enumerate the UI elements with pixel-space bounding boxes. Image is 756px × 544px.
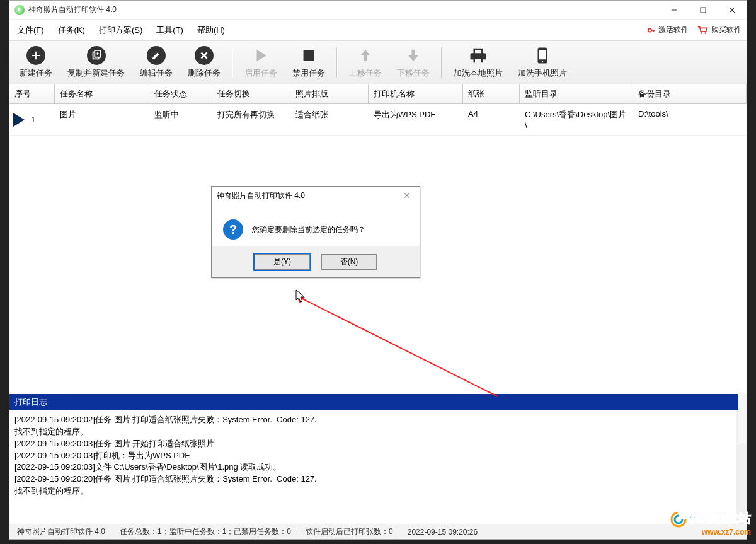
move-up-button[interactable]: 上移任务 xyxy=(341,45,389,80)
window-controls xyxy=(660,1,747,20)
cell-index: 1 xyxy=(31,115,35,124)
move-down-button[interactable]: 下移任务 xyxy=(389,45,437,80)
table-row[interactable]: 1 图片 监听中 打完所有再切换 适合纸张 导出为WPS PDF A4 C:\U… xyxy=(9,104,747,135)
separator xyxy=(336,47,338,78)
activate-link[interactable]: 激活软件 xyxy=(647,25,689,35)
dialog-body: ? 您确定要删除当前选定的任务吗？ xyxy=(212,204,420,246)
menu-file[interactable]: 文件(F) xyxy=(14,22,47,38)
th-name[interactable]: 任务名称 xyxy=(55,84,149,103)
svg-rect-13 xyxy=(539,50,546,59)
log-line: 找不到指定的程序。 xyxy=(14,485,731,497)
cell-switch: 打完所有再切换 xyxy=(212,104,290,135)
dialog-titlebar: 神奇照片自动打印软件 4.0 ✕ xyxy=(212,187,420,204)
toolbar: 新建任务 复制并新建任务 编辑任务 删除任务 启用任务 禁用任务 上移任务 xyxy=(9,41,747,84)
menubar: 文件(F) 任务(K) 打印方案(S) 工具(T) 帮助(H) 激活软件 购买软… xyxy=(9,20,747,41)
dialog-message: 您确定要删除当前选定的任务吗？ xyxy=(252,224,365,235)
th-layout[interactable]: 照片排版 xyxy=(290,84,369,103)
th-backup[interactable]: 备份目录 xyxy=(633,84,747,103)
th-switch[interactable]: 任务切换 xyxy=(212,84,290,103)
log-line: [2022-09-15 09:20:02]任务 图片 打印适合纸张照片失败：Sy… xyxy=(14,414,731,426)
app-icon xyxy=(14,5,25,15)
cell-backup: D:\tools\ xyxy=(633,104,747,135)
log-body[interactable]: [2022-09-15 09:20:02]任务 图片 打印适合纸张照片失败：Sy… xyxy=(9,410,747,524)
th-paper[interactable]: 纸张 xyxy=(463,84,520,103)
status-printed: 软件启动后已打印张数：0 xyxy=(303,526,396,537)
th-index[interactable]: 序号 xyxy=(9,84,55,103)
arrow-up-icon xyxy=(356,46,375,65)
status-totals: 任务总数：1；监听中任务数：1；已禁用任务数：0 xyxy=(117,526,294,537)
separator xyxy=(232,47,233,78)
maximize-button[interactable] xyxy=(689,1,718,20)
copy-plus-icon xyxy=(87,46,106,65)
table-header: 序号 任务名称 任务状态 任务切换 照片排版 打印机名称 纸张 监听目录 备份目… xyxy=(9,84,747,104)
x-icon xyxy=(195,46,214,65)
row-play-icon xyxy=(13,113,25,127)
dialog-no-button[interactable]: 否(N) xyxy=(321,254,377,270)
pencil-icon xyxy=(147,46,166,65)
separator xyxy=(441,47,442,78)
th-printer[interactable]: 打印机名称 xyxy=(369,84,463,103)
cart-icon xyxy=(697,25,709,35)
svg-point-8 xyxy=(704,32,706,34)
delete-task-button[interactable]: 删除任务 xyxy=(180,45,228,80)
th-watch[interactable]: 监听目录 xyxy=(520,84,633,103)
svg-point-7 xyxy=(701,32,702,34)
arrow-down-icon xyxy=(404,46,423,65)
plus-icon xyxy=(26,46,45,65)
menu-scheme[interactable]: 打印方案(S) xyxy=(96,22,145,38)
log-line: 找不到指定的程序。 xyxy=(14,426,731,438)
dialog-yes-button[interactable]: 是(Y) xyxy=(255,254,310,270)
enable-task-button[interactable]: 启用任务 xyxy=(237,45,285,80)
dialog-close-button[interactable]: ✕ xyxy=(399,190,415,200)
stop-icon xyxy=(299,46,318,65)
status-datetime: 2022-09-15 09:20:26 xyxy=(405,528,480,536)
window-title: 神奇照片自动打印软件 4.0 xyxy=(28,4,117,15)
status-app: 神奇照片自动打印软件 4.0 xyxy=(14,526,108,537)
printer-icon xyxy=(469,46,488,65)
cell-layout: 适合纸张 xyxy=(290,104,369,135)
svg-rect-10 xyxy=(94,50,100,57)
titlebar: 神奇照片自动打印软件 4.0 xyxy=(9,1,747,20)
edit-task-button[interactable]: 编辑任务 xyxy=(132,45,180,80)
add-phone-photo-button[interactable]: 加洗手机照片 xyxy=(510,45,575,80)
log-header: 打印日志 xyxy=(9,394,747,410)
svg-point-14 xyxy=(542,61,544,63)
svg-point-4 xyxy=(648,28,651,32)
new-task-button[interactable]: 新建任务 xyxy=(12,45,60,80)
menu-tasks[interactable]: 任务(K) xyxy=(55,22,88,38)
menu-help[interactable]: 帮助(H) xyxy=(195,22,227,38)
copy-new-task-button[interactable]: 复制并新建任务 xyxy=(60,45,132,80)
menu-tools[interactable]: 工具(T) xyxy=(154,22,186,38)
minimize-button[interactable] xyxy=(660,1,689,20)
svg-rect-11 xyxy=(304,50,314,61)
dialog-buttons: 是(Y) 否(N) xyxy=(212,246,420,277)
log-line: [2022-09-15 09:20:03]文件 C:\Users\香香\Desk… xyxy=(14,461,731,473)
cell-printer: 导出为WPS PDF xyxy=(369,104,463,135)
play-icon xyxy=(251,46,270,65)
purchase-link[interactable]: 购买软件 xyxy=(697,25,742,35)
statusbar: 神奇照片自动打印软件 4.0 任务总数：1；监听中任务数：1；已禁用任务数：0 … xyxy=(9,524,747,539)
log-line: [2022-09-15 09:20:20]任务 图片 打印适合纸张照片失败：Sy… xyxy=(14,473,731,485)
app-window: 神奇照片自动打印软件 4.0 文件(F) 任务(K) 打印方案(S) 工具(T)… xyxy=(9,0,747,540)
side-panel-stub xyxy=(738,393,747,443)
task-table: 序号 任务名称 任务状态 任务切换 照片排版 打印机名称 纸张 监听目录 备份目… xyxy=(9,84,747,135)
disable-task-button[interactable]: 禁用任务 xyxy=(285,45,333,80)
confirm-dialog: 神奇照片自动打印软件 4.0 ✕ ? 您确定要删除当前选定的任务吗？ 是(Y) … xyxy=(211,186,420,278)
cell-state: 监听中 xyxy=(149,104,212,135)
th-state[interactable]: 任务状态 xyxy=(149,84,212,103)
dialog-title: 神奇照片自动打印软件 4.0 xyxy=(217,190,305,201)
cell-name: 图片 xyxy=(55,104,149,135)
cell-paper: A4 xyxy=(463,104,520,135)
cell-watch: C:\Users\香香\Desktop\图片\ xyxy=(520,104,633,135)
svg-rect-1 xyxy=(701,8,706,13)
add-local-photo-button[interactable]: 加洗本地照片 xyxy=(446,45,510,80)
log-line: [2022-09-15 09:20:03]任务 图片 开始打印适合纸张照片 xyxy=(14,438,731,450)
key-icon xyxy=(647,26,656,35)
phone-icon xyxy=(533,46,552,65)
question-icon: ? xyxy=(223,219,243,240)
log-line: [2022-09-15 09:20:03]打印机：导出为WPS PDF xyxy=(14,450,731,462)
close-button[interactable] xyxy=(718,1,747,20)
